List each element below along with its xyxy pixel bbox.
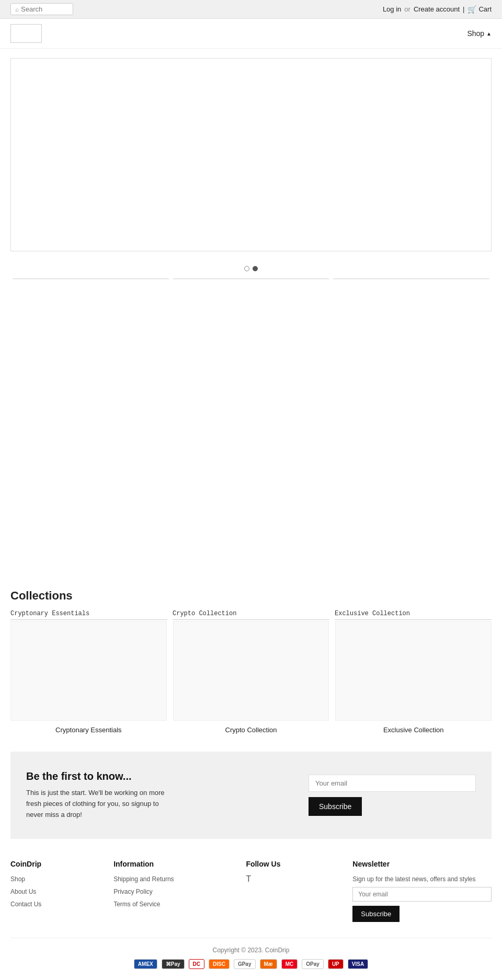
blank-section [0, 286, 502, 579]
collection-card-1[interactable]: Crypto Collection [173, 621, 329, 736]
shop-arrow-icon: ▲ [486, 31, 492, 37]
collection-card-name-1: Crypto Collection [173, 721, 329, 736]
copyright-text: Copyright © 2023. CoinDrip [213, 947, 290, 954]
newsletter-text: Be the first to know... This is just the… [26, 770, 173, 820]
cart-icon: 🛒 [467, 5, 476, 14]
footer-newsletter-body: Sign up for the latest news, offers and … [352, 874, 492, 884]
collection-card-0[interactable]: Cryptonary Essentials [10, 621, 167, 736]
collection-card-img-1 [173, 621, 329, 721]
footer-about-link[interactable]: About Us [10, 887, 41, 896]
collection-card-img-2 [335, 621, 492, 721]
search-icon: ⌕ [15, 6, 19, 13]
footer-contact-link[interactable]: Contact Us [10, 900, 41, 909]
collection-label-2[interactable]: Exclusive Collection [335, 610, 492, 620]
collection-card-name-2: Exclusive Collection [335, 721, 492, 736]
collections-section: Collections Cryptonary Essentials Crypto… [0, 579, 502, 620]
top-bar: ⌕ Log in or Create account | 🛒 Cart [0, 0, 502, 19]
payment-discover: DISC [209, 959, 230, 969]
footer-followus-heading: Follow Us [246, 860, 280, 868]
nav-bar: Shop ▲ [0, 19, 502, 49]
payment-amex: AMEX [134, 959, 157, 969]
newsletter-subscribe-button[interactable]: Subscribe [309, 797, 362, 816]
collection-card-img-0 [10, 621, 167, 721]
shop-label: Shop [467, 29, 484, 38]
login-link[interactable]: Log in [383, 5, 401, 13]
preview-card-2 [173, 279, 329, 286]
slider-dots [0, 261, 502, 276]
collection-label-1[interactable]: Crypto Collection [173, 610, 329, 620]
collections-title: Collections [10, 589, 492, 603]
footer-shipping-link[interactable]: Shipping and Returns [113, 874, 174, 884]
payment-icons: AMEX ⌘Pay DC DISC GPay Mæ MC OPay UP VIS… [10, 959, 492, 969]
collection-cards: Cryptonary Essentials Crypto Collection … [0, 621, 502, 736]
top-bar-right: Log in or Create account | 🛒 Cart [383, 5, 492, 14]
newsletter-email-input[interactable] [309, 775, 476, 792]
create-account-link[interactable]: Create account [414, 5, 460, 13]
or-label: or [404, 5, 410, 13]
footer-terms-link[interactable]: Terms of Service [113, 900, 174, 909]
footer-coindrip-heading: CoinDrip [10, 860, 41, 868]
payment-applepay: ⌘Pay [162, 959, 185, 969]
newsletter-body: This is just the start. We'll be working… [26, 788, 173, 820]
payment-visa: VISA [348, 959, 368, 969]
newsletter-section: Be the first to know... This is just the… [10, 752, 492, 839]
payment-unionpay: UP [328, 959, 344, 969]
hero-slider [10, 58, 492, 251]
footer: CoinDrip Shop About Us Contact Us Inform… [0, 839, 502, 979]
payment-diners: DC [189, 959, 204, 969]
footer-col-followus: Follow Us T [246, 860, 280, 922]
payment-gpay: GPay [234, 959, 256, 969]
payment-maestro: Mæ [260, 959, 277, 969]
cart-separator: | [463, 5, 464, 13]
preview-card-3 [333, 279, 489, 286]
slider-dot-2[interactable] [253, 266, 258, 271]
footer-privacy-link[interactable]: Privacy Policy [113, 887, 174, 896]
collection-card-2[interactable]: Exclusive Collection [335, 621, 492, 736]
footer-shop-link[interactable]: Shop [10, 874, 41, 884]
footer-col-newsletter: Newsletter Sign up for the latest news, … [352, 860, 492, 922]
payment-opay: OPay [302, 959, 324, 969]
newsletter-title: Be the first to know... [26, 770, 173, 782]
footer-newsletter-heading: Newsletter [352, 860, 492, 868]
footer-cols: CoinDrip Shop About Us Contact Us Inform… [10, 860, 492, 922]
search-wrap[interactable]: ⌕ [10, 3, 73, 15]
twitter-icon[interactable]: T [246, 874, 251, 883]
footer-information-heading: Information [113, 860, 174, 868]
cart-label: Cart [478, 5, 492, 13]
footer-col-information: Information Shipping and Returns Privacy… [113, 860, 174, 922]
shop-link[interactable]: Shop ▲ [467, 29, 492, 38]
payment-mastercard: MC [281, 959, 298, 969]
newsletter-form: Subscribe [309, 775, 476, 816]
collection-card-name-0: Cryptonary Essentials [10, 721, 167, 736]
footer-col-coindrip: CoinDrip Shop About Us Contact Us [10, 860, 41, 922]
preview-cards [0, 279, 502, 286]
footer-bottom: Copyright © 2023. CoinDrip AMEX ⌘Pay DC … [10, 938, 492, 969]
slider-dot-1[interactable] [244, 266, 249, 271]
collection-label-0[interactable]: Cryptonary Essentials [10, 610, 167, 620]
logo-box [10, 24, 42, 43]
footer-email-input[interactable] [352, 887, 492, 902]
footer-subscribe-button[interactable]: Subscribe [352, 906, 400, 922]
cart-link[interactable]: 🛒 Cart [467, 5, 492, 14]
collection-labels: Cryptonary Essentials Crypto Collection … [10, 610, 492, 620]
search-input[interactable] [21, 5, 63, 13]
preview-card-1 [13, 279, 169, 286]
